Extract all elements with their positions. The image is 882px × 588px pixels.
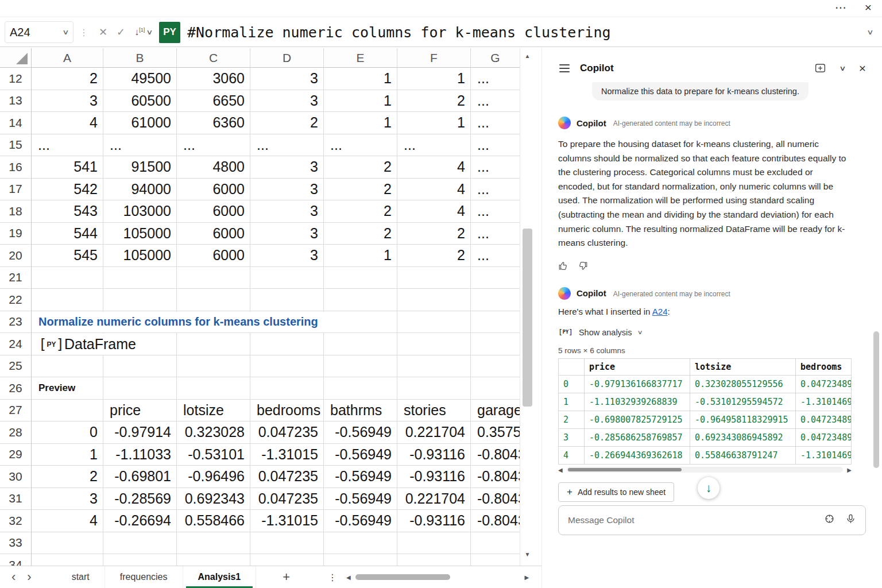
cell[interactable]: ... xyxy=(471,223,520,245)
name-box[interactable]: A24 ∨ xyxy=(5,21,74,43)
cell[interactable]: -0.8043 xyxy=(471,488,520,510)
cell[interactable] xyxy=(103,355,177,378)
column-header-g[interactable]: G xyxy=(471,48,520,67)
cell[interactable]: -0.56949 xyxy=(324,444,397,466)
cell[interactable] xyxy=(32,355,103,378)
cell[interactable] xyxy=(32,289,103,311)
sheet-nav-left-icon[interactable]: ‹ xyxy=(11,571,16,583)
cell[interactable]: 3 xyxy=(250,179,324,201)
cell[interactable]: ... xyxy=(250,134,324,157)
cell[interactable]: 0.558466 xyxy=(177,510,250,532)
cell[interactable]: 1 xyxy=(397,68,471,90)
cell[interactable] xyxy=(324,377,397,400)
cell[interactable]: 0 xyxy=(32,421,103,444)
scroll-right-icon[interactable]: ▶ xyxy=(524,574,529,581)
cell[interactable]: 3060 xyxy=(177,68,250,90)
tools-icon[interactable] xyxy=(824,513,835,527)
add-results-button[interactable]: + Add results to new sheet xyxy=(558,482,674,502)
scroll-up-icon[interactable]: ▲ xyxy=(520,53,535,59)
sheet-tab-start[interactable]: start xyxy=(57,566,105,588)
window-more-icon[interactable]: ⋯ xyxy=(835,1,846,14)
cell[interactable]: 3 xyxy=(250,223,324,245)
row-header-26[interactable]: 26 xyxy=(0,377,32,400)
row-header-34[interactable]: 34 xyxy=(0,554,32,566)
cell[interactable]: 1 xyxy=(397,112,471,134)
cell[interactable]: 544 xyxy=(32,223,103,245)
collapse-panel-icon[interactable]: ∨ xyxy=(839,64,846,72)
row-header-22[interactable]: 22 xyxy=(0,289,32,311)
cell[interactable] xyxy=(397,554,471,566)
cell[interactable] xyxy=(32,532,103,555)
cell[interactable]: -0.56949 xyxy=(324,488,397,510)
column-header-c[interactable]: C xyxy=(177,48,250,67)
cell[interactable] xyxy=(250,355,324,378)
cell[interactable]: 6000 xyxy=(177,179,250,201)
row-header-31[interactable]: 31 xyxy=(0,488,32,510)
cell[interactable]: ... xyxy=(103,134,177,157)
cell[interactable] xyxy=(250,267,324,289)
cell[interactable]: 3 xyxy=(250,68,324,90)
scroll-right-icon[interactable]: ▶ xyxy=(847,467,852,473)
expand-formula-bar-icon[interactable]: ∨ xyxy=(866,28,873,36)
cell[interactable]: ... xyxy=(471,134,520,157)
cell-overflow-text[interactable]: Preview xyxy=(32,378,84,399)
cell[interactable]: garagepl xyxy=(471,400,520,422)
cell[interactable]: -0.97914 xyxy=(103,421,177,444)
cell[interactable]: -0.53101 xyxy=(177,444,250,466)
cell[interactable] xyxy=(177,355,250,378)
cell[interactable]: 61000 xyxy=(103,112,177,134)
cell[interactable] xyxy=(324,311,397,334)
grid-vertical-scrollbar[interactable]: ▲ ▼ xyxy=(520,48,535,566)
cell[interactable] xyxy=(177,554,250,566)
cell[interactable]: 1 xyxy=(324,245,397,267)
row-header-16[interactable]: 16 xyxy=(0,156,32,179)
cell[interactable]: 103000 xyxy=(103,200,177,223)
cell[interactable]: stories xyxy=(397,400,471,422)
cell[interactable]: -0.69801 xyxy=(103,466,177,488)
cell[interactable]: 1 xyxy=(324,90,397,113)
cell[interactable] xyxy=(397,333,471,355)
cell[interactable]: 3 xyxy=(250,90,324,113)
cell[interactable]: bedrooms xyxy=(250,400,324,422)
horizontal-scrollbar-track[interactable] xyxy=(354,574,521,581)
cell[interactable] xyxy=(471,532,520,555)
cell[interactable]: 6000 xyxy=(177,200,250,223)
cell[interactable]: ... xyxy=(471,68,520,90)
cell[interactable]: ... xyxy=(471,90,520,113)
cell[interactable]: 3 xyxy=(250,200,324,223)
cell[interactable] xyxy=(177,289,250,311)
cell[interactable]: 3 xyxy=(32,90,103,113)
cell[interactable]: 60500 xyxy=(103,90,177,113)
cell[interactable]: 2 xyxy=(397,223,471,245)
cell[interactable]: -1.31015 xyxy=(250,510,324,532)
cell[interactable]: 0.047235 xyxy=(250,488,324,510)
cell[interactable] xyxy=(397,289,471,311)
cell[interactable]: -0.8043 xyxy=(471,466,520,488)
cell[interactable]: 4800 xyxy=(177,156,250,179)
cell[interactable]: 6000 xyxy=(177,223,250,245)
cell[interactable] xyxy=(471,554,520,566)
row-header-21[interactable]: 21 xyxy=(0,267,32,289)
column-header-e[interactable]: E xyxy=(324,48,397,67)
thumbs-up-icon[interactable] xyxy=(558,261,568,271)
enter-icon[interactable]: ✓ xyxy=(117,26,125,38)
row-header-28[interactable]: 28 xyxy=(0,421,32,444)
cell[interactable]: ... xyxy=(471,179,520,201)
cell[interactable]: 6360 xyxy=(177,112,250,134)
cell[interactable]: price xyxy=(103,400,177,422)
formula-input[interactable]: #Normalize numeric columns for k-means c… xyxy=(187,24,858,41)
scrollbar-track[interactable] xyxy=(567,467,844,473)
cell[interactable]: 1 xyxy=(324,68,397,90)
panel-scrollbar-thumb[interactable] xyxy=(873,331,879,468)
column-header-a[interactable]: A xyxy=(32,48,103,67)
cell[interactable]: -0.8043 xyxy=(471,510,520,532)
row-header-24[interactable]: 24 xyxy=(0,333,32,355)
cell[interactable]: 6000 xyxy=(177,245,250,267)
cell[interactable]: 0.047235 xyxy=(250,466,324,488)
row-header-23[interactable]: 23 xyxy=(0,311,32,334)
cell[interactable] xyxy=(471,333,520,355)
cell[interactable] xyxy=(103,532,177,555)
cell[interactable] xyxy=(397,532,471,555)
cell[interactable]: 543 xyxy=(32,200,103,223)
cell[interactable] xyxy=(103,289,177,311)
